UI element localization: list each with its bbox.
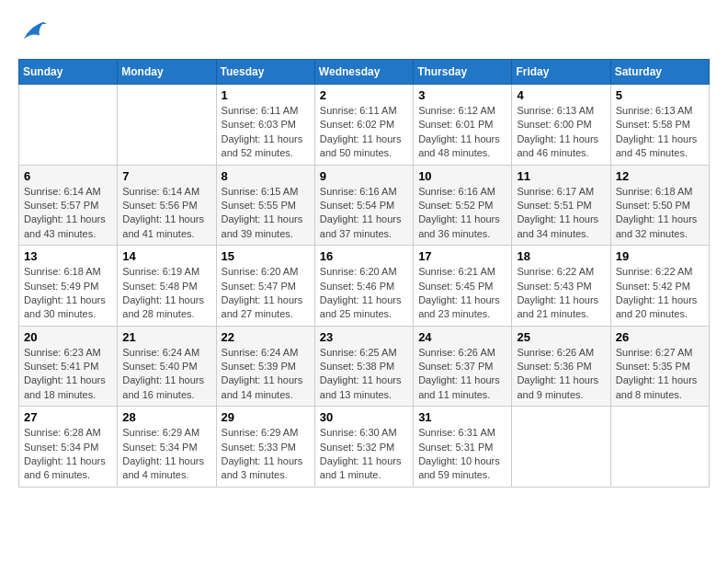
- day-info: Sunrise: 6:12 AM Sunset: 6:01 PM Dayligh…: [418, 104, 506, 161]
- day-number: 3: [418, 88, 506, 102]
- calendar-day-cell: 17Sunrise: 6:21 AM Sunset: 5:45 PM Dayli…: [414, 246, 512, 327]
- day-number: 12: [616, 169, 704, 183]
- calendar-day-cell: [19, 85, 118, 166]
- logo: [18, 18, 48, 50]
- day-number: 4: [517, 88, 605, 102]
- day-of-week-header: Saturday: [610, 60, 709, 85]
- day-number: 31: [418, 410, 506, 424]
- day-info: Sunrise: 6:21 AM Sunset: 5:45 PM Dayligh…: [418, 265, 506, 322]
- calendar-day-cell: 16Sunrise: 6:20 AM Sunset: 5:46 PM Dayli…: [314, 246, 413, 327]
- calendar-day-cell: 20Sunrise: 6:23 AM Sunset: 5:41 PM Dayli…: [19, 326, 118, 407]
- calendar-day-cell: 13Sunrise: 6:18 AM Sunset: 5:49 PM Dayli…: [19, 246, 118, 327]
- calendar-day-cell: 30Sunrise: 6:30 AM Sunset: 5:32 PM Dayli…: [314, 407, 413, 488]
- day-of-week-header: Wednesday: [314, 60, 413, 85]
- day-number: 28: [122, 410, 210, 424]
- calendar-day-cell: 5Sunrise: 6:13 AM Sunset: 5:58 PM Daylig…: [610, 85, 709, 166]
- day-number: 22: [222, 330, 310, 344]
- day-info: Sunrise: 6:14 AM Sunset: 5:56 PM Dayligh…: [122, 185, 210, 242]
- day-number: 13: [24, 249, 112, 263]
- day-info: Sunrise: 6:14 AM Sunset: 5:57 PM Dayligh…: [24, 185, 112, 242]
- calendar-day-cell: 15Sunrise: 6:20 AM Sunset: 5:47 PM Dayli…: [216, 246, 314, 327]
- day-info: Sunrise: 6:11 AM Sunset: 6:02 PM Dayligh…: [320, 104, 408, 161]
- calendar-day-cell: 3Sunrise: 6:12 AM Sunset: 6:01 PM Daylig…: [414, 85, 512, 166]
- calendar-day-cell: 4Sunrise: 6:13 AM Sunset: 6:00 PM Daylig…: [512, 85, 610, 166]
- day-info: Sunrise: 6:13 AM Sunset: 5:58 PM Dayligh…: [616, 104, 704, 161]
- day-info: Sunrise: 6:20 AM Sunset: 5:46 PM Dayligh…: [320, 265, 408, 322]
- day-number: 29: [222, 410, 310, 424]
- calendar-day-cell: 14Sunrise: 6:19 AM Sunset: 5:48 PM Dayli…: [118, 246, 216, 327]
- calendar-day-cell: 8Sunrise: 6:15 AM Sunset: 5:55 PM Daylig…: [216, 165, 314, 246]
- day-number: 6: [24, 169, 112, 183]
- day-number: 14: [122, 249, 210, 263]
- day-number: 27: [24, 410, 112, 424]
- calendar-day-cell: 7Sunrise: 6:14 AM Sunset: 5:56 PM Daylig…: [118, 165, 216, 246]
- day-number: 25: [517, 330, 605, 344]
- calendar-header-row: SundayMondayTuesdayWednesdayThursdayFrid…: [19, 60, 710, 85]
- day-info: Sunrise: 6:22 AM Sunset: 5:43 PM Dayligh…: [517, 265, 605, 322]
- calendar-day-cell: 27Sunrise: 6:28 AM Sunset: 5:34 PM Dayli…: [19, 407, 118, 488]
- calendar-day-cell: 19Sunrise: 6:22 AM Sunset: 5:42 PM Dayli…: [610, 246, 709, 327]
- calendar-week-row: 13Sunrise: 6:18 AM Sunset: 5:49 PM Dayli…: [19, 246, 710, 327]
- day-number: 2: [320, 88, 408, 102]
- calendar-day-cell: [610, 407, 709, 488]
- day-number: 15: [222, 249, 310, 263]
- day-info: Sunrise: 6:31 AM Sunset: 5:31 PM Dayligh…: [418, 426, 506, 483]
- day-info: Sunrise: 6:25 AM Sunset: 5:38 PM Dayligh…: [320, 346, 408, 403]
- day-info: Sunrise: 6:13 AM Sunset: 6:00 PM Dayligh…: [517, 104, 605, 161]
- day-of-week-header: Thursday: [414, 60, 512, 85]
- calendar-day-cell: 2Sunrise: 6:11 AM Sunset: 6:02 PM Daylig…: [314, 85, 413, 166]
- calendar-day-cell: 29Sunrise: 6:29 AM Sunset: 5:33 PM Dayli…: [216, 407, 314, 488]
- day-of-week-header: Friday: [512, 60, 610, 85]
- day-number: 26: [616, 330, 704, 344]
- calendar-day-cell: 26Sunrise: 6:27 AM Sunset: 5:35 PM Dayli…: [610, 326, 709, 407]
- day-info: Sunrise: 6:19 AM Sunset: 5:48 PM Dayligh…: [122, 265, 210, 322]
- day-number: 9: [320, 169, 408, 183]
- day-of-week-header: Tuesday: [216, 60, 314, 85]
- day-info: Sunrise: 6:30 AM Sunset: 5:32 PM Dayligh…: [320, 426, 408, 483]
- calendar-day-cell: 9Sunrise: 6:16 AM Sunset: 5:54 PM Daylig…: [314, 165, 413, 246]
- day-number: 7: [122, 169, 210, 183]
- day-number: 23: [320, 330, 408, 344]
- calendar-table: SundayMondayTuesdayWednesdayThursdayFrid…: [18, 59, 710, 488]
- day-info: Sunrise: 6:23 AM Sunset: 5:41 PM Dayligh…: [24, 346, 112, 403]
- day-info: Sunrise: 6:29 AM Sunset: 5:34 PM Dayligh…: [122, 426, 210, 483]
- day-info: Sunrise: 6:26 AM Sunset: 5:37 PM Dayligh…: [418, 346, 506, 403]
- day-info: Sunrise: 6:22 AM Sunset: 5:42 PM Dayligh…: [616, 265, 704, 322]
- calendar-day-cell: 22Sunrise: 6:24 AM Sunset: 5:39 PM Dayli…: [216, 326, 314, 407]
- calendar-day-cell: 31Sunrise: 6:31 AM Sunset: 5:31 PM Dayli…: [414, 407, 512, 488]
- day-number: 5: [616, 88, 704, 102]
- day-number: 18: [517, 249, 605, 263]
- calendar-week-row: 1Sunrise: 6:11 AM Sunset: 6:03 PM Daylig…: [19, 85, 710, 166]
- day-info: Sunrise: 6:16 AM Sunset: 5:54 PM Dayligh…: [320, 185, 408, 242]
- page-header: [18, 18, 710, 50]
- calendar-week-row: 27Sunrise: 6:28 AM Sunset: 5:34 PM Dayli…: [19, 407, 710, 488]
- day-of-week-header: Monday: [118, 60, 216, 85]
- day-number: 16: [320, 249, 408, 263]
- day-info: Sunrise: 6:11 AM Sunset: 6:03 PM Dayligh…: [222, 104, 310, 161]
- day-number: 8: [222, 169, 310, 183]
- calendar-week-row: 6Sunrise: 6:14 AM Sunset: 5:57 PM Daylig…: [19, 165, 710, 246]
- calendar-day-cell: [118, 85, 216, 166]
- calendar-week-row: 20Sunrise: 6:23 AM Sunset: 5:41 PM Dayli…: [19, 326, 710, 407]
- day-of-week-header: Sunday: [19, 60, 118, 85]
- day-number: 24: [418, 330, 506, 344]
- day-info: Sunrise: 6:26 AM Sunset: 5:36 PM Dayligh…: [517, 346, 605, 403]
- day-info: Sunrise: 6:20 AM Sunset: 5:47 PM Dayligh…: [222, 265, 310, 322]
- day-info: Sunrise: 6:15 AM Sunset: 5:55 PM Dayligh…: [222, 185, 310, 242]
- day-info: Sunrise: 6:27 AM Sunset: 5:35 PM Dayligh…: [616, 346, 704, 403]
- calendar-day-cell: 28Sunrise: 6:29 AM Sunset: 5:34 PM Dayli…: [118, 407, 216, 488]
- calendar-day-cell: 18Sunrise: 6:22 AM Sunset: 5:43 PM Dayli…: [512, 246, 610, 327]
- day-number: 21: [122, 330, 210, 344]
- logo-bird-icon: [20, 18, 48, 46]
- day-info: Sunrise: 6:16 AM Sunset: 5:52 PM Dayligh…: [418, 185, 506, 242]
- calendar-day-cell: 21Sunrise: 6:24 AM Sunset: 5:40 PM Dayli…: [118, 326, 216, 407]
- calendar-day-cell: 24Sunrise: 6:26 AM Sunset: 5:37 PM Dayli…: [414, 326, 512, 407]
- calendar-day-cell: 12Sunrise: 6:18 AM Sunset: 5:50 PM Dayli…: [610, 165, 709, 246]
- calendar-day-cell: [512, 407, 610, 488]
- day-number: 10: [418, 169, 506, 183]
- day-number: 11: [517, 169, 605, 183]
- day-number: 17: [418, 249, 506, 263]
- calendar-day-cell: 23Sunrise: 6:25 AM Sunset: 5:38 PM Dayli…: [314, 326, 413, 407]
- day-info: Sunrise: 6:18 AM Sunset: 5:49 PM Dayligh…: [24, 265, 112, 322]
- day-info: Sunrise: 6:28 AM Sunset: 5:34 PM Dayligh…: [24, 426, 112, 483]
